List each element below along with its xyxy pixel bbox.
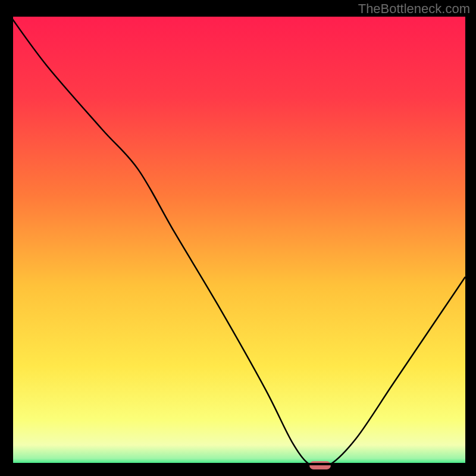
chart-container: TheBottleneck.com	[0, 0, 476, 476]
watermark-text: TheBottleneck.com	[358, 1, 470, 17]
plot-axes	[11, 17, 465, 465]
